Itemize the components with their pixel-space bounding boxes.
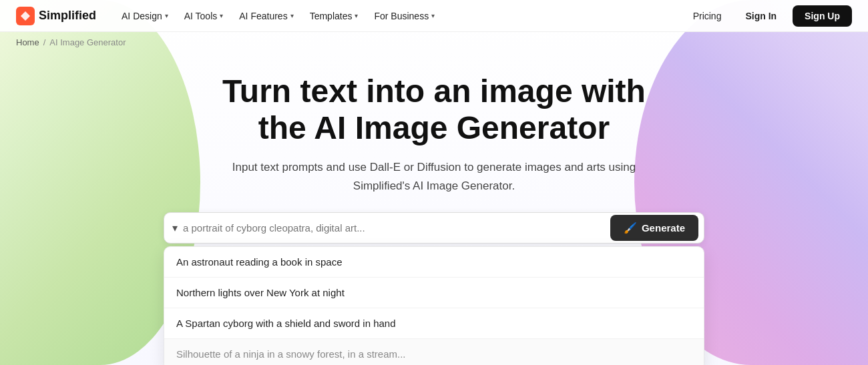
nav-ai-features-label: AI Features — [239, 11, 287, 21]
navbar: Simplified AI Design ▾ AI Tools ▾ AI Fea… — [0, 0, 868, 32]
chevron-down-icon: ▾ — [290, 12, 294, 19]
nav-ai-features[interactable]: AI Features ▾ — [232, 7, 300, 25]
hero-subtitle: Input text prompts and use Dall-E or Dif… — [220, 158, 648, 194]
logo-text: Simplified — [39, 9, 96, 23]
breadcrumb: Home / AI Image Generator — [0, 32, 868, 53]
nav-for-business[interactable]: For Business ▾ — [367, 7, 441, 25]
sign-up-button[interactable]: Sign Up — [793, 5, 852, 27]
chevron-down-icon: ▾ — [431, 12, 435, 19]
pricing-link[interactable]: Pricing — [685, 7, 730, 25]
nav-items: AI Design ▾ AI Tools ▾ AI Features ▾ Tem… — [115, 7, 685, 25]
generate-button[interactable]: 🖌️ Generate — [610, 215, 698, 241]
dropdown-item-label: A Spartan cyborg with a shield and sword… — [176, 318, 396, 329]
dropdown-item-label: An astronaut reading a book in space — [176, 256, 343, 268]
search-container: ▾ 🖌️ Generate An astronaut reading a boo… — [164, 212, 704, 244]
generate-label: Generate — [642, 222, 685, 234]
dropdown-item[interactable]: An astronaut reading a book in space — [164, 247, 704, 278]
hero-title-line2: the AI Image Generator — [258, 110, 610, 145]
breadcrumb-current: AI Image Generator — [49, 37, 126, 47]
nav-ai-tools[interactable]: AI Tools ▾ — [178, 7, 230, 25]
paintbrush-icon: 🖌️ — [624, 222, 637, 234]
dropdown-item[interactable]: A Spartan cyborg with a shield and sword… — [164, 308, 704, 339]
search-dropdown: An astronaut reading a book in space Nor… — [164, 246, 704, 365]
nav-for-business-label: For Business — [374, 11, 429, 21]
nav-templates[interactable]: Templates ▾ — [303, 7, 365, 25]
nav-ai-design[interactable]: AI Design ▾ — [115, 7, 175, 25]
chevron-down-icon: ▾ — [165, 12, 168, 19]
dropdown-item[interactable]: Northern lights over New York at night — [164, 278, 704, 308]
hero-section: Turn text into an image with the AI Imag… — [0, 53, 868, 244]
hero-title: Turn text into an image with the AI Imag… — [222, 73, 646, 146]
search-box: ▾ 🖌️ Generate — [164, 212, 704, 244]
breadcrumb-home[interactable]: Home — [16, 37, 39, 47]
nav-ai-design-label: AI Design — [122, 11, 162, 21]
nav-templates-label: Templates — [310, 11, 353, 21]
chevron-down-icon: ▾ — [220, 12, 223, 19]
dropdown-item-label: Northern lights over New York at night — [176, 287, 345, 298]
nav-ai-tools-label: AI Tools — [184, 11, 218, 21]
dropdown-item-partial[interactable]: Silhouette of a ninja in a snowy forest,… — [164, 339, 704, 365]
hero-title-line1: Turn text into an image with — [222, 73, 646, 109]
chevron-down-icon: ▾ — [355, 12, 358, 19]
logo-icon — [16, 7, 35, 25]
sign-in-button[interactable]: Sign In — [734, 6, 787, 26]
logo[interactable]: Simplified — [16, 7, 96, 25]
chevron-down-icon[interactable]: ▾ — [172, 222, 178, 234]
breadcrumb-separator: / — [43, 37, 46, 47]
dropdown-item-label: Silhouette of a ninja in a snowy forest,… — [176, 348, 406, 360]
nav-right: Pricing Sign In Sign Up — [685, 5, 852, 27]
search-input[interactable] — [183, 213, 610, 243]
